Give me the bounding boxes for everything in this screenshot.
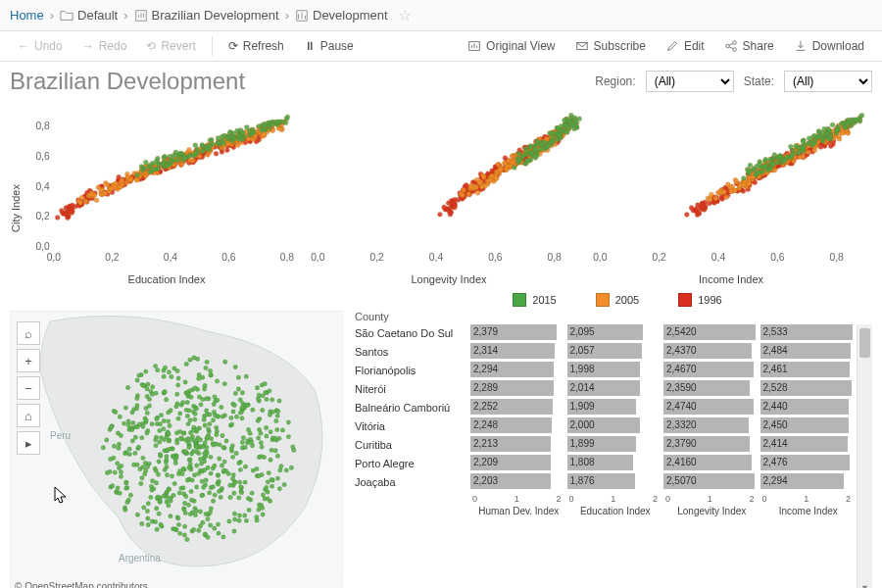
svg-point-1717 (122, 421, 125, 425)
county-cell[interactable]: Florianópolis (353, 362, 470, 380)
bar-cell[interactable]: 2,528 (760, 380, 858, 399)
bar-cell[interactable]: 2,5070 (663, 473, 760, 492)
pause-button[interactable]: ⏸ Pause (296, 35, 362, 57)
revert-button[interactable]: ⟲ Revert (138, 35, 203, 57)
bar-cell[interactable]: 2,000 (567, 417, 664, 436)
svg-point-1586 (158, 428, 162, 432)
bar-cell[interactable]: 1,998 (567, 362, 664, 380)
legend-1996[interactable]: 1996 (678, 293, 721, 307)
svg-point-1857 (278, 468, 282, 472)
map-search-button[interactable]: ⌕ (17, 321, 40, 345)
undo-button[interactable]: ← Undo (10, 35, 71, 57)
map-zoom-in-button[interactable]: + (17, 349, 40, 372)
scatter-longevity[interactable]: 0,00,20,40,60,8 Longevity Index (308, 101, 590, 287)
scroll-down-icon[interactable]: ▼ (858, 581, 872, 588)
bar-cell[interactable]: 2,252 (470, 399, 567, 417)
svg-point-2063 (234, 415, 238, 418)
county-cell[interactable]: Joaçaba (353, 473, 470, 492)
map-home-button[interactable]: ⌂ (17, 404, 40, 427)
bar-cell[interactable]: 2,4370 (663, 343, 760, 362)
share-button[interactable]: Share (716, 35, 782, 57)
bar-cell[interactable]: 1,808 (567, 455, 664, 473)
bar-cell[interactable]: 2,4740 (663, 399, 760, 417)
county-cell[interactable]: Porto Alegre (353, 455, 470, 473)
svg-text:0,8: 0,8 (280, 252, 295, 263)
bar-cell[interactable]: 2,476 (760, 455, 858, 473)
breadcrumb-sep: › (285, 8, 289, 23)
metric-axis: 012 (470, 492, 567, 504)
svg-text:0,0: 0,0 (47, 252, 62, 263)
breadcrumb-view[interactable]: Development (295, 8, 388, 23)
download-button[interactable]: Download (786, 35, 872, 57)
svg-point-1542 (224, 439, 228, 443)
svg-point-1780 (197, 528, 201, 532)
redo-button[interactable]: → Redo (74, 35, 135, 57)
bar-cell[interactable]: 2,014 (567, 380, 664, 399)
bar-cell[interactable]: 2,461 (760, 362, 858, 380)
bar-cell[interactable]: 1,876 (567, 473, 664, 492)
svg-point-1858 (186, 421, 190, 425)
bar-cell[interactable]: 1,909 (567, 399, 664, 417)
bar-cell[interactable]: 2,484 (760, 343, 858, 362)
bar-cell[interactable]: 2,5420 (663, 324, 760, 343)
bar-cell[interactable]: 2,3590 (663, 380, 760, 399)
bar-cell[interactable]: 2,379 (470, 324, 567, 343)
county-cell[interactable]: Vitória (353, 417, 470, 436)
bar-cell[interactable]: 2,294 (760, 473, 858, 492)
bar-cell[interactable]: 2,248 (470, 417, 567, 436)
breadcrumb-folder[interactable]: Default (60, 8, 118, 23)
bar-cell[interactable]: 2,414 (760, 436, 858, 455)
legend-2005[interactable]: 2005 (596, 293, 639, 307)
svg-point-2038 (123, 406, 127, 410)
svg-text:0,2: 0,2 (105, 252, 120, 263)
county-cell[interactable]: Balneário Camboriú (353, 399, 470, 417)
map-panel[interactable]: ⌕ + − ⌂ ▸ PeruArgentina © OpenStreetMap … (10, 311, 343, 588)
svg-point-1739 (237, 461, 241, 465)
county-cell[interactable]: São Caetano Do Sul (353, 324, 470, 343)
svg-point-2040 (113, 470, 117, 474)
county-cell[interactable]: Niterói (353, 380, 470, 399)
bar-cell[interactable]: 2,533 (760, 324, 858, 343)
state-filter-dropdown[interactable]: (All) (784, 71, 872, 92)
breadcrumb-home[interactable]: Home (10, 8, 44, 23)
bar-cell[interactable]: 2,4160 (663, 455, 760, 473)
svg-point-2062 (135, 513, 139, 516)
bar-cell[interactable]: 2,209 (470, 455, 567, 473)
bar-cell[interactable]: 2,213 (470, 436, 567, 455)
bar-cell[interactable]: 2,057 (567, 343, 664, 362)
edit-button[interactable]: Edit (658, 35, 712, 57)
brazil-map[interactable]: PeruArgentina (11, 312, 344, 576)
bar-cell[interactable]: 2,203 (470, 473, 567, 492)
bar-cell[interactable]: 2,314 (470, 343, 567, 362)
scatter-education[interactable]: 0,00,20,40,60,80,00,20,40,60,8 Education… (25, 101, 308, 287)
bar-cell[interactable]: 2,289 (470, 380, 567, 399)
breadcrumb-project[interactable]: Brazilian Development (134, 8, 279, 23)
scatter-income[interactable]: 0,00,20,40,60,8 Income Index (590, 101, 872, 287)
map-tools-button[interactable]: ▸ (17, 431, 40, 455)
refresh-button[interactable]: ⟳ Refresh (220, 35, 292, 57)
svg-point-1451 (801, 145, 806, 150)
svg-point-1721 (217, 531, 220, 535)
map-zoom-out-button[interactable]: − (17, 376, 40, 400)
svg-point-1683 (145, 387, 149, 391)
svg-point-2113 (167, 432, 171, 436)
bar-cell[interactable]: 1,899 (567, 436, 664, 455)
bar-cell[interactable]: 2,4670 (663, 362, 760, 380)
bar-cell[interactable]: 2,440 (760, 399, 858, 417)
svg-point-1417 (772, 153, 777, 158)
bar-cell[interactable]: 2,294 (470, 362, 567, 380)
legend-2015[interactable]: 2015 (513, 293, 556, 307)
county-cell[interactable]: Curitiba (353, 436, 470, 455)
favorite-star-icon[interactable]: ☆ (398, 6, 412, 24)
bar-cell[interactable]: 2,3320 (663, 417, 760, 436)
svg-point-1446 (807, 141, 811, 146)
scroll-thumb[interactable] (859, 328, 870, 358)
subscribe-button[interactable]: Subscribe (567, 35, 654, 57)
county-cell[interactable]: Santos (353, 343, 470, 362)
original-view-button[interactable]: Original View (460, 35, 563, 57)
bar-cell[interactable]: 2,3790 (663, 436, 760, 455)
bar-cell[interactable]: 2,095 (567, 324, 664, 343)
region-filter-dropdown[interactable]: (All) (646, 71, 734, 92)
table-scrollbar[interactable]: ▲▼ (857, 324, 872, 588)
bar-cell[interactable]: 2,450 (760, 417, 858, 436)
